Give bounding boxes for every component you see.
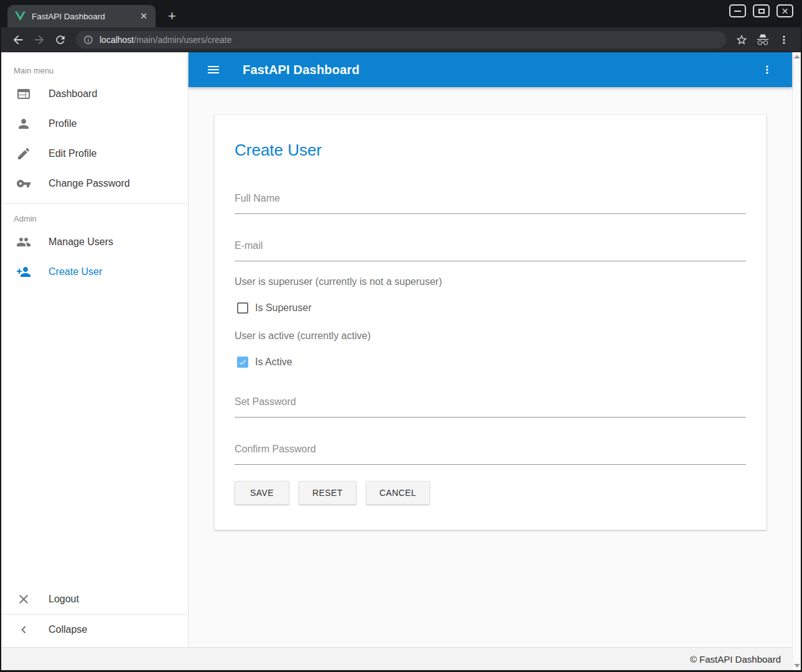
address-bar[interactable]: localhost/main/admin/users/create [76,31,726,49]
sidebar-item-collapse[interactable]: Collapse [1,615,188,645]
close-x-icon [16,592,31,607]
create-user-card: Create User User is superuser (currently… [214,114,767,530]
chevron-left-icon [16,622,31,637]
sidebar-item-label: Collapse [49,624,87,635]
bookmark-button[interactable] [731,29,752,50]
is-superuser-checkbox-row[interactable]: Is Superuser [235,302,746,314]
new-tab-button[interactable]: + [168,10,176,22]
confirm-password-input[interactable] [235,444,746,465]
active-hint: User is active (currently active) [235,330,746,342]
url-text: localhost/main/admin/users/create [100,35,231,45]
appbar-title: FastAPI Dashboard [243,63,360,77]
hamburger-menu-icon[interactable] [206,62,221,77]
sidebar-item-manage-users[interactable]: Manage Users [1,227,188,257]
sidebar-item-create-user[interactable]: Create User [1,257,188,287]
check-icon [238,358,247,366]
vue-logo-icon [15,11,26,21]
sidebar-spacer [1,287,188,584]
sidebar-item-label: Dashboard [49,88,97,100]
is-superuser-checkbox[interactable] [237,302,248,314]
reload-icon [54,34,67,46]
sidebar-section-admin: Admin [14,214,188,223]
window-controls: ✕ [729,4,793,17]
page-content: Create User User is superuser (currently… [189,87,792,647]
sidebar-item-label: Change Password [49,178,130,189]
sidebar-item-label: Create User [49,266,102,278]
forward-button[interactable] [29,29,50,50]
person-add-icon [16,264,31,279]
browser-window: FastAPI Dashboard ✕ + ✕ localhost/main/a… [0,0,802,672]
sidebar-item-label: Manage Users [49,236,113,248]
sidebar-item-logout[interactable]: Logout [1,584,188,614]
is-active-checkbox[interactable] [237,357,248,368]
is-superuser-label: Is Superuser [255,302,312,314]
kebab-menu-icon [778,34,790,46]
maximize-button[interactable] [753,4,770,17]
main-area: FastAPI Dashboard Create User User is su… [189,52,792,647]
browser-toolbar: localhost/main/admin/users/create [1,27,801,52]
sidebar-item-label: Logout [49,594,79,605]
browser-tab[interactable]: FastAPI Dashboard ✕ [7,5,156,27]
close-window-button[interactable]: ✕ [776,4,793,17]
save-button[interactable]: SAVE [235,481,289,505]
sidebar-item-label: Profile [49,118,77,129]
cancel-button[interactable]: CANCEL [366,481,430,505]
is-active-label: Is Active [255,357,292,368]
dashboard-icon [16,86,31,101]
sidebar: Main menu Dashboard Profile Edit Profile [1,52,189,647]
minimize-button[interactable] [729,4,746,17]
reload-button[interactable] [50,29,71,50]
form-buttons: SAVE RESET CANCEL [235,481,746,505]
vertical-scrollbar[interactable] [792,52,801,670]
set-password-input[interactable] [235,396,746,418]
tab-title: FastAPI Dashboard [32,12,138,21]
browser-menu-button[interactable] [773,29,795,50]
is-active-checkbox-row[interactable]: Is Active [235,357,746,368]
full-name-input[interactable] [235,193,746,214]
sidebar-item-dashboard[interactable]: Dashboard [1,79,188,109]
browser-tab-strip: FastAPI Dashboard ✕ + ✕ [1,0,801,27]
sidebar-divider [1,203,188,204]
superuser-hint: User is superuser (currently is not a su… [235,276,746,287]
key-icon [16,176,31,191]
sidebar-item-change-password[interactable]: Change Password [1,169,188,198]
pencil-icon [16,146,31,161]
sidebar-item-edit-profile[interactable]: Edit Profile [1,139,188,169]
scroll-up-arrow-icon[interactable] [794,55,800,58]
sidebar-item-label: Edit Profile [49,148,96,159]
incognito-indicator [752,29,773,50]
app-bar: FastAPI Dashboard [189,52,792,87]
site-info-icon[interactable] [83,35,93,45]
incognito-icon [756,33,770,47]
back-button[interactable] [7,29,29,50]
footer-copyright: © FastAPI Dashboard [690,654,781,665]
page-footer: © FastAPI Dashboard [1,647,792,670]
appbar-kebab-menu-icon[interactable] [761,63,773,76]
sidebar-item-profile[interactable]: Profile [1,109,188,139]
person-icon [16,116,31,131]
reset-button[interactable]: RESET [299,481,357,505]
tab-close-icon[interactable]: ✕ [138,11,149,22]
url-path: /main/admin/users/create [134,35,231,45]
forward-arrow-icon [32,33,46,47]
email-input[interactable] [235,240,746,261]
star-icon [735,34,748,46]
url-host: localhost [100,35,134,45]
group-icon [16,235,31,250]
page-title: Create User [235,141,746,159]
scroll-down-arrow-icon[interactable] [794,664,800,668]
page-viewport: Main menu Dashboard Profile Edit Profile [1,52,801,670]
sidebar-section-main-menu: Main menu [14,66,188,75]
back-arrow-icon [11,33,25,47]
